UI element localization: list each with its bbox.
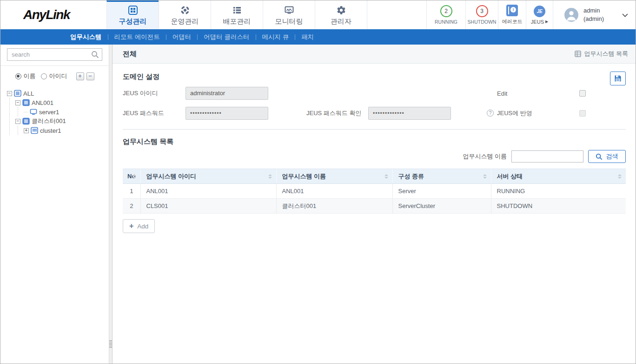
user-name-text: admin (admin)	[583, 6, 617, 23]
plus-icon: +	[129, 222, 133, 230]
tree-node-anl001[interactable]: − ANL001	[15, 98, 109, 107]
radio-filter-by-id[interactable]	[41, 73, 47, 79]
user-avatar-icon	[564, 8, 578, 22]
search-button[interactable]: 검색	[588, 150, 626, 163]
edit-checkbox[interactable]	[579, 90, 586, 97]
radio-name-label: 이름	[24, 72, 36, 80]
subnav-item-remote-agent[interactable]: 리모트 에이전트	[114, 33, 160, 41]
cell-server-status: SHUTDOWN	[491, 199, 626, 214]
tree-connector	[24, 112, 28, 112]
tab-deploy-management[interactable]: 배포관리	[211, 0, 263, 29]
logo-area[interactable]: AnyLink	[0, 0, 106, 29]
tree-node-cluster1[interactable]: + cluster1	[24, 126, 109, 135]
splitter-grip-icon[interactable]	[109, 340, 112, 349]
subnav-item-message-queue[interactable]: 메시지 큐	[262, 33, 289, 41]
subnav-item-business-system[interactable]: 업무시스템	[70, 33, 102, 41]
jeus-password-confirm-field[interactable]	[368, 107, 451, 120]
column-header-system-name[interactable]: 업무시스템 이름	[276, 169, 392, 184]
help-icon[interactable]: ?	[487, 110, 494, 117]
table-row[interactable]: 2 CLS001 클러스터001 ServerCluster SHUTDOWN	[123, 199, 626, 214]
system-name-search-input[interactable]	[511, 150, 583, 162]
subnav-divider	[295, 34, 295, 40]
tree-search-input[interactable]	[7, 48, 102, 61]
running-status-button[interactable]: 2 RUNNING	[426, 0, 465, 29]
user-menu[interactable]: admin (admin)	[553, 0, 636, 29]
tree-node-cluster001[interactable]: − 클러스터001	[15, 117, 109, 126]
cell-system-id: ANL001	[140, 184, 276, 199]
application-window: AnyLink 구성관리 운영관리 배포관리 모니터링	[0, 0, 636, 364]
column-header-server-status[interactable]: 서버 상태	[491, 169, 626, 184]
add-button-label: Add	[137, 223, 148, 230]
tab-config-management[interactable]: 구성관리	[106, 0, 159, 29]
jeus-label: JEUS▶	[531, 19, 548, 25]
tree-collapse-all-button[interactable]: −	[86, 72, 94, 80]
apply-to-jeus-checkbox[interactable]	[579, 110, 586, 117]
subnav-divider	[197, 34, 198, 40]
search-icon[interactable]	[91, 51, 99, 60]
list-search-row: 업무시스템 이름 검색	[123, 150, 626, 163]
domain-settings-heading: 도메인 설정	[123, 72, 626, 81]
tab-operations-management[interactable]: 운영관리	[159, 0, 211, 29]
business-system-list-heading: 업무시스템 목록	[123, 137, 626, 146]
column-header-system-id[interactable]: 업무시스템 아이디	[140, 169, 276, 184]
tab-spacer	[367, 0, 426, 29]
page-header: 전체 업무시스템 목록	[113, 45, 636, 64]
resource-tree: − ALL − ANL001	[0, 84, 109, 364]
tree-node-label: ALL	[23, 90, 34, 97]
subnav-item-adapter-cluster[interactable]: 어댑터 클러스터	[204, 33, 249, 41]
cell-no: 2	[123, 199, 140, 214]
column-header-config-type[interactable]: 구성 종류	[392, 169, 491, 184]
subnav-divider	[256, 34, 256, 40]
subnav-item-patch[interactable]: 패치	[301, 33, 314, 41]
monitor-icon	[284, 5, 294, 15]
shutdown-count-badge: 3	[476, 5, 488, 17]
add-button[interactable]: + Add	[123, 219, 155, 233]
anylink-logo: AnyLink	[23, 7, 70, 22]
operations-icon	[180, 5, 190, 15]
subnav-divider	[166, 34, 166, 40]
sidebar-search-area	[0, 45, 109, 66]
cell-server-status: RUNNING	[491, 184, 626, 199]
cell-system-name: 클러스터001	[276, 199, 392, 214]
sort-icon	[384, 174, 388, 179]
radio-filter-by-name[interactable]	[15, 73, 21, 79]
system-name-search-label: 업무시스템 이름	[463, 152, 507, 161]
collapse-node-icon[interactable]: −	[15, 100, 20, 105]
shutdown-status-button[interactable]: 3 SHUTDOWN	[465, 0, 498, 29]
collapse-node-icon[interactable]: −	[15, 119, 20, 124]
jeus-id-label: JEUS 아이디	[123, 89, 186, 98]
business-system-list-link[interactable]: 업무시스템 목록	[575, 50, 628, 58]
expand-node-icon[interactable]: +	[24, 128, 29, 133]
sidebar: 이름 아이디 + − − ALL −	[0, 45, 109, 364]
jeus-password-field[interactable]	[186, 107, 268, 120]
error-code-button[interactable]: ! 에러코드	[498, 0, 526, 29]
chevron-down-icon	[622, 11, 628, 19]
jeus-id-field[interactable]	[186, 87, 268, 100]
play-icon: ▶	[545, 20, 548, 24]
jeus-button[interactable]: JE JEUS▶	[526, 0, 553, 29]
user-role: (admin)	[583, 15, 604, 22]
shortcut-label: 업무시스템 목록	[584, 50, 628, 58]
table-header-row: No 업무시스템 아이디 업무시스템 이름 구성 종류 서버 상태	[123, 169, 626, 184]
user-name: admin	[583, 7, 600, 14]
cell-system-id: CLS001	[140, 199, 276, 214]
tab-administrator[interactable]: 관리자	[315, 0, 367, 29]
tab-label: 관리자	[331, 17, 351, 26]
tab-monitoring[interactable]: 모니터링	[263, 0, 315, 29]
tree-node-all[interactable]: − ALL	[7, 89, 109, 98]
tab-label: 배포관리	[223, 17, 251, 26]
tree-node-label: ANL001	[32, 99, 53, 106]
jeus-id-row: JEUS 아이디 Edit	[123, 83, 626, 103]
collapse-node-icon[interactable]: −	[7, 91, 12, 96]
sidebar-splitter[interactable]	[109, 45, 113, 364]
cell-system-name: ANL001	[276, 184, 392, 199]
tab-label: 모니터링	[275, 17, 303, 26]
tree-expand-all-button[interactable]: +	[76, 72, 84, 80]
column-header-no[interactable]: No	[123, 169, 140, 184]
list-icon	[232, 5, 242, 15]
tree-node-server1[interactable]: server1	[24, 107, 109, 117]
table-row[interactable]: 1 ANL001 ANL001 Server RUNNING	[123, 184, 626, 199]
subnav-item-adapter[interactable]: 어댑터	[172, 33, 192, 41]
tree-node-label: 클러스터001	[32, 117, 66, 125]
apply-to-jeus-group: ? JEUS에 반영	[487, 109, 532, 117]
